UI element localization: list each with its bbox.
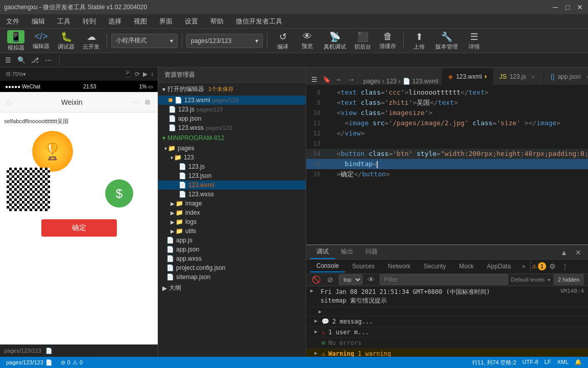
- upload-button[interactable]: ⬆ 上传: [408, 31, 430, 51]
- console-item-user-msg[interactable]: ▶ ⚠ 1 user m...: [306, 327, 588, 338]
- console-clear-btn[interactable]: 🚫: [310, 274, 322, 285]
- console-item-messages[interactable]: ▶ 💬 2 messag...: [306, 316, 588, 327]
- open-file-123wxml[interactable]: 📄 123.wxml pages/123: [158, 96, 306, 105]
- file-123json[interactable]: 📄 123.json: [158, 171, 306, 180]
- dt-more-btn[interactable]: ⋮: [559, 261, 571, 272]
- tab-123js[interactable]: JS 123.js ✕: [493, 68, 544, 85]
- context-selector[interactable]: top: [339, 274, 362, 285]
- menu-wechat-dev[interactable]: 微信开发者工具: [234, 16, 284, 27]
- maximize-button[interactable]: □: [564, 3, 572, 11]
- project-section[interactable]: ▾ MINIPROGRAM-812: [158, 132, 306, 144]
- cloud-dev-button[interactable]: ☁ 云开发: [80, 31, 103, 51]
- console-item-no-errors[interactable]: ▶ ⊘ No errors: [306, 338, 588, 349]
- line-content-10: <view class='imagesize'>: [327, 108, 588, 118]
- confirm-button[interactable]: 确定: [41, 219, 117, 237]
- pages-dropdown[interactable]: pages/123/123 ▾: [186, 34, 263, 48]
- subtab-network[interactable]: Network: [382, 261, 416, 272]
- menu-select[interactable]: 选择: [106, 16, 124, 27]
- record-icon[interactable]: ⏺: [143, 98, 152, 107]
- menu-goto[interactable]: 转到: [81, 16, 98, 27]
- more-nav-icon[interactable]: ···: [133, 98, 139, 107]
- home-icon[interactable]: ⌂: [6, 98, 11, 107]
- menu-edit[interactable]: 编辑: [30, 16, 47, 27]
- bg-button[interactable]: ⬛ 切后台: [351, 31, 374, 51]
- compile-button[interactable]: ↺ 编译: [272, 31, 294, 51]
- folder-utils[interactable]: ▶ 📁 utils: [158, 226, 306, 236]
- console-item-expand[interactable]: ▶: [306, 307, 588, 316]
- menu-file[interactable]: 文件: [4, 16, 21, 27]
- subtab-mock[interactable]: Mock: [453, 261, 480, 272]
- open-file-appjson[interactable]: 📄 app.json: [158, 114, 306, 123]
- file-appjson-root[interactable]: 📄 app.json: [158, 245, 306, 254]
- dt-settings-btn[interactable]: ⚙: [547, 261, 558, 272]
- tab-appjson[interactable]: {} app.json ✕: [544, 68, 588, 85]
- subtab-appdata[interactable]: AppData: [481, 261, 517, 272]
- sim-ctrl-btn3[interactable]: ▶: [143, 71, 148, 78]
- tab-bookmark-btn[interactable]: 🔖: [321, 74, 333, 85]
- tab-debug[interactable]: 调试: [310, 245, 335, 259]
- sim-ctrl-btn4[interactable]: ↕: [151, 71, 154, 78]
- close-js-tab-btn[interactable]: ✕: [531, 74, 535, 80]
- open-file-wxss[interactable]: 📄 123.wxss pages/123: [158, 123, 306, 132]
- console-filter-toggle[interactable]: ⊘: [325, 274, 336, 285]
- file-123js[interactable]: 📄 123.js: [158, 162, 306, 171]
- file-123json-label: 123.json: [188, 172, 211, 179]
- subtab-sources[interactable]: Sources: [346, 261, 381, 272]
- menu-view[interactable]: 视图: [132, 16, 149, 27]
- devtools-expand-btn[interactable]: ▲: [558, 247, 570, 258]
- folder-logs[interactable]: ▶ 📁 logs: [158, 217, 306, 226]
- folder-pages[interactable]: ▾ 📁 pages: [158, 144, 306, 153]
- folder-index[interactable]: ▶ 📁 index: [158, 208, 306, 217]
- tab-output[interactable]: 输出: [335, 245, 359, 259]
- simulator-button[interactable]: 📱 模拟器: [4, 31, 28, 51]
- sim-ctrl-btn1[interactable]: 📱: [124, 71, 132, 78]
- search-btn[interactable]: 🔍: [15, 55, 28, 66]
- file-appjs[interactable]: 📄 app.js: [158, 236, 306, 245]
- git-btn[interactable]: ⎇: [29, 55, 41, 66]
- open-editors-section[interactable]: ▾ 打开的编辑器 1个未保存: [158, 83, 306, 96]
- hidden-btn[interactable]: 2 hidden: [553, 274, 584, 285]
- sim-ctrl-btn2[interactable]: ⟳: [135, 71, 140, 78]
- file-123wxss-label: 123.wxss: [188, 191, 214, 198]
- tab-back-btn[interactable]: ←: [333, 74, 345, 85]
- tab-issues[interactable]: 问题: [359, 245, 384, 259]
- file-projectconfig[interactable]: 📄 project.config.json: [158, 263, 306, 272]
- file-appwxss[interactable]: 📄 app.wxss: [158, 254, 306, 263]
- version-button[interactable]: 🔧 版本管理: [432, 31, 461, 51]
- minimize-button[interactable]: ─: [551, 3, 559, 11]
- menu-settings[interactable]: 设置: [183, 16, 200, 27]
- device-debug-button[interactable]: 📡 真机调试: [321, 31, 349, 51]
- code-editor[interactable]: 8 <text class='ccc'>linooootttttt</text>…: [306, 85, 588, 244]
- preview-button[interactable]: 👁 预览: [296, 31, 318, 51]
- tab-123wxml[interactable]: ◈ 123.wxml: [442, 68, 493, 85]
- file-sitemap[interactable]: 📄 sitemap.json: [158, 272, 306, 282]
- open-file-123js[interactable]: 📄 123.js pages/123: [158, 105, 306, 114]
- close-button[interactable]: ✕: [576, 3, 584, 11]
- folder-123[interactable]: ▾ 📁 123: [158, 153, 306, 162]
- file-123wxss-tree[interactable]: 📄 123.wxss: [158, 190, 306, 199]
- folder-image[interactable]: ▶ 📁 image: [158, 199, 306, 208]
- console-item-sitemap[interactable]: ▶ Fri Jan 08 2021 21:51:34 GMT+0800 (中国标…: [306, 286, 588, 307]
- outline-section[interactable]: ▶ 大纲: [158, 282, 306, 294]
- mode-dropdown[interactable]: 小程序模式 ▾: [111, 34, 178, 48]
- console-item-warning[interactable]: ▶ ⚠ Warning 1 warning: [306, 349, 588, 357]
- menu-toggle-btn[interactable]: ☰: [2, 55, 14, 66]
- debugger-button[interactable]: 🐛 调试器: [55, 31, 78, 51]
- clear-cache-button[interactable]: 🗑 清缓存: [376, 31, 399, 51]
- more-btn[interactable]: ⋯: [42, 55, 54, 66]
- console-filter-input[interactable]: [380, 274, 508, 285]
- close-json-tab-btn[interactable]: ✕: [586, 74, 588, 80]
- subtab-console[interactable]: Console: [310, 260, 345, 272]
- devtools-close-btn[interactable]: ✕: [573, 247, 584, 258]
- subtab-security[interactable]: Security: [418, 261, 452, 272]
- editor-button[interactable]: </> 编辑器: [30, 31, 53, 51]
- tab-menu-btn[interactable]: ☰: [308, 74, 321, 85]
- more-devtools-btn[interactable]: »: [518, 261, 529, 272]
- console-eye-btn[interactable]: 👁: [365, 274, 377, 285]
- file-123wxml-tree[interactable]: 📄 123.wxml: [158, 180, 306, 190]
- menu-interface[interactable]: 界面: [157, 16, 175, 27]
- tab-forward-btn[interactable]: →: [345, 74, 357, 85]
- menu-help[interactable]: 帮助: [208, 16, 226, 27]
- menu-tools[interactable]: 工具: [55, 16, 72, 27]
- detail-button[interactable]: ☰ 详情: [463, 31, 485, 51]
